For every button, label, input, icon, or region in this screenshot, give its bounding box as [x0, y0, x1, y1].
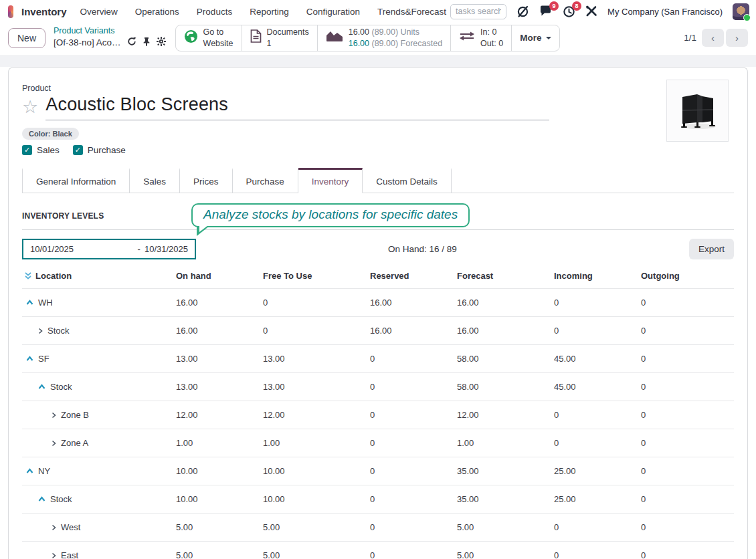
page-background-band [0, 56, 756, 67]
tab-prices[interactable]: Prices [180, 168, 233, 193]
tab-general-information[interactable]: General Information [22, 168, 130, 193]
checkbox-check-icon: ✓ [73, 145, 83, 155]
table-row[interactable]: WH 16.00016.0016.0000 [22, 288, 734, 316]
table-row[interactable]: Stock 13.0013.00058.0045.000 [22, 372, 734, 401]
expand-icon[interactable] [38, 328, 43, 334]
collapse-icon[interactable] [26, 468, 33, 474]
breadcrumb: Product Variants [Of-38-no] Aco… [54, 26, 166, 50]
collapse-icon[interactable] [38, 496, 45, 502]
breadcrumb-current: [Of-38-no] Aco… [54, 37, 121, 49]
app-name[interactable]: Inventory [21, 6, 67, 17]
company-switcher[interactable]: My Company (San Francisco) [607, 7, 723, 17]
expand-icon[interactable] [52, 412, 56, 419]
table-row[interactable]: SF 13.0013.00058.0045.000 [22, 344, 734, 372]
expand-icon[interactable] [52, 524, 56, 531]
inventory-table: Location On hand Free To Use Reserved Fo… [22, 263, 734, 559]
messages-icon[interactable]: 9 [539, 5, 553, 17]
in-count: In: 0 [480, 27, 503, 37]
table-row[interactable]: Stock 16.00016.0016.0000 [22, 316, 734, 344]
pager-prev-button[interactable]: ‹ [702, 29, 724, 47]
col-header-outgoing[interactable]: Outgoing [641, 271, 734, 281]
col-header-reserved[interactable]: Reserved [370, 271, 457, 281]
nav-menu: Overview Operations Products Reporting C… [80, 7, 447, 17]
table-row[interactable]: Zone B 12.0012.00012.0000 [22, 401, 734, 429]
documents-label: Documents [267, 27, 309, 37]
table-header-row: Location On hand Free To Use Reserved Fo… [22, 263, 734, 288]
sales-checkbox-label: Sales [37, 145, 60, 155]
export-button[interactable]: Export [689, 239, 734, 259]
sync-status-icon[interactable] [516, 5, 529, 18]
pager-value: 1/1 [684, 33, 696, 43]
collapse-icon[interactable] [38, 384, 45, 390]
pager-next-button[interactable]: › [726, 29, 748, 47]
favorite-star-icon[interactable]: ☆ [22, 98, 38, 116]
product-image[interactable] [666, 80, 729, 142]
location-label: West [61, 522, 80, 532]
table-row[interactable]: East 5.005.0005.0000 [22, 541, 734, 559]
gear-icon[interactable] [157, 36, 166, 49]
table-row[interactable]: Stock 10.0010.00035.0025.000 [22, 485, 734, 513]
new-button[interactable]: New [8, 28, 45, 48]
location-label: SF [38, 354, 50, 364]
more-dropdown[interactable]: More [512, 25, 559, 51]
product-name-field[interactable]: Acoustic Bloc Screens [45, 94, 549, 120]
tab-purchase[interactable]: Purchase [233, 168, 298, 193]
product-form-card: Product ☆ Acoustic Bloc Screens Color: B… [8, 67, 748, 559]
date-to-value[interactable]: 10/31/2025 [145, 244, 188, 254]
nav-item-trends-forecast[interactable]: Trends&Forecast [377, 7, 446, 17]
page-title: Acoustic Bloc Screens [45, 94, 228, 114]
variant-badge: Color: Black [22, 128, 79, 140]
tasks-search-input[interactable] [450, 4, 506, 19]
activities-clock-icon[interactable]: 8 [563, 5, 575, 18]
globe-icon [184, 29, 198, 46]
pin-icon[interactable] [143, 36, 151, 49]
tab-inventory[interactable]: Inventory [298, 168, 363, 193]
col-header-forecast[interactable]: Forecast [457, 271, 554, 281]
checkbox-check-icon: ✓ [22, 145, 32, 155]
table-row[interactable]: Zone A 1.001.0001.0000 [22, 429, 734, 457]
go-to-website-button[interactable]: Go to Website [176, 25, 242, 51]
collapse-icon[interactable] [26, 356, 33, 362]
location-label: Stock [50, 382, 72, 392]
in-out-button[interactable]: In: 0 Out: 0 [451, 25, 512, 51]
collapse-all-icon[interactable] [25, 271, 31, 282]
expand-icon[interactable] [52, 440, 56, 447]
go-to-website-line1: Go to [203, 27, 233, 37]
purchase-checkbox-label: Purchase [88, 145, 126, 155]
stat-button-group: Go to Website Documents 1 16.00 (89.00) … [175, 25, 561, 51]
tab-custom-details[interactable]: Custom Details [363, 168, 452, 193]
col-header-location[interactable]: Location [35, 271, 72, 281]
nav-item-configuration[interactable]: Configuration [306, 7, 360, 17]
breadcrumb-parent[interactable]: Product Variants [54, 26, 166, 37]
col-header-on-hand[interactable]: On hand [176, 271, 263, 281]
user-avatar[interactable] [733, 3, 749, 20]
more-label: More [520, 32, 541, 44]
col-header-free-to-use[interactable]: Free To Use [263, 271, 370, 281]
date-range-input[interactable]: 10/01/2025 - 10/31/2025 [22, 239, 196, 259]
sales-checkbox[interactable]: ✓ Sales [22, 145, 60, 155]
expand-icon[interactable] [52, 552, 56, 559]
location-label: WH [38, 298, 53, 308]
forecast-units-value: 16.00 [349, 39, 369, 48]
purchase-checkbox[interactable]: ✓ Purchase [73, 145, 126, 155]
refresh-icon[interactable] [127, 36, 136, 49]
table-row[interactable]: NY 10.0010.00035.0025.000 [22, 457, 734, 485]
col-header-incoming[interactable]: Incoming [554, 271, 641, 281]
nav-item-products[interactable]: Products [197, 7, 232, 17]
filter-row: 10/01/2025 - 10/31/2025 On Hand: 16 / 89… [22, 239, 734, 259]
inventory-levels-panel: INVENTORY LEVELS Analyze stocks by locat… [22, 211, 734, 559]
table-row[interactable]: West 5.005.0005.0000 [22, 513, 734, 541]
nav-item-reporting[interactable]: Reporting [250, 7, 289, 17]
nav-item-operations[interactable]: Operations [135, 7, 179, 17]
forecasted-units-button[interactable]: 16.00 (89.00) Units 16.00 (89.00) Foreca… [318, 25, 451, 51]
documents-button[interactable]: Documents 1 [242, 25, 318, 51]
collapse-icon[interactable] [26, 300, 33, 306]
date-from-value[interactable]: 10/01/2025 [30, 244, 134, 254]
control-bar: New Product Variants [Of-38-no] Aco… Go … [0, 23, 756, 56]
app-logo-icon[interactable] [8, 5, 13, 18]
tools-icon[interactable] [585, 5, 597, 17]
navbar-right: 9 8 My Company (San Francisco) [450, 3, 749, 20]
nav-item-overview[interactable]: Overview [80, 7, 118, 17]
location-label: Zone B [61, 410, 89, 420]
tab-sales[interactable]: Sales [130, 168, 180, 193]
